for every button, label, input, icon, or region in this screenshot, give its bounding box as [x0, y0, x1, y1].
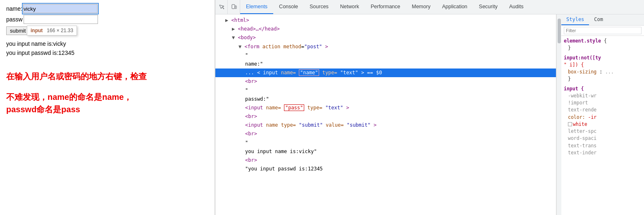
tab-console[interactable]: Console [273, 0, 304, 14]
output-line1: you input name is:vicky [6, 39, 208, 48]
tab-application[interactable]: Application [436, 0, 473, 14]
svg-rect-0 [232, 5, 235, 9]
dom-br2[interactable]: <br> [215, 112, 556, 121]
white-checkbox[interactable] [568, 122, 572, 126]
dom-body-line[interactable]: ▼ <body> [215, 33, 556, 42]
input-tooltip: input 166 × 21.33 [27, 26, 77, 35]
tab-memory[interactable]: Memory [406, 0, 436, 14]
dom-br1[interactable]: <br> [215, 77, 556, 86]
dom-input-name-line[interactable]: ... < input name= "name" type= "text" > … [215, 69, 556, 77]
devtools-tabs-bar: Elements Console Sources Network Perform… [215, 0, 644, 14]
dom-panel[interactable]: ▶ <html> ▶ <head>…</head> ▼ <body> ▼ <fo… [215, 14, 556, 215]
element-style-block: element.style { } [564, 38, 642, 52]
name-label: name: [6, 5, 22, 12]
annotation2-line2: passwd命名是pass [6, 103, 208, 116]
dom-scrollbar[interactable] [556, 14, 561, 215]
tab-elements[interactable]: Elements [240, 0, 273, 14]
dom-quote3[interactable]: " [215, 139, 556, 147]
device-icon [231, 4, 237, 10]
input-not-suffix: " i]) { [564, 61, 642, 69]
dom-passwd-text[interactable]: passwd:" [215, 95, 556, 104]
dom-quote1[interactable]: " [215, 51, 556, 60]
white-prop: white [564, 121, 642, 128]
inspect-icon-btn[interactable] [215, 0, 228, 14]
dom-html-line[interactable]: ▶ <html> [215, 16, 556, 25]
letter-spacing-prop: letter-spc [564, 128, 642, 135]
tab-network[interactable]: Network [334, 0, 365, 14]
dom-br3[interactable]: <br> [215, 130, 556, 138]
styles-panel: Styles Com element.style { } [561, 14, 644, 215]
devtools-content: ▶ <html> ▶ <head>…</head> ▼ <body> ▼ <fo… [215, 14, 644, 215]
dom-output-name[interactable]: you input name is:vicky" [215, 147, 556, 156]
cursor-icon [219, 4, 224, 10]
box-sizing-prop: box-sizing : ... [564, 69, 642, 76]
block-close: } [564, 76, 642, 83]
passwd-row: passw [6, 15, 208, 24]
input-style-block: input { -webkit-wr !import text-rende co… [564, 85, 642, 157]
word-spacing-prop: word-spaci [564, 135, 642, 142]
dom-input-pass-line[interactable]: <input name= "pass" type= "text" > [215, 104, 556, 112]
head-arrow[interactable]: ▶ [232, 26, 235, 32]
element-style-selector: element.style { [564, 38, 642, 45]
tab-audits[interactable]: Audits [503, 0, 530, 14]
tab-performance[interactable]: Performance [365, 0, 406, 14]
dom-form-line[interactable]: ▼ <form action method="post" > [215, 43, 556, 51]
dom-br4[interactable]: <br> [215, 156, 556, 165]
name-input[interactable] [23, 4, 98, 13]
styles-tabs: Styles Com [561, 14, 644, 26]
device-icon-btn[interactable] [228, 0, 240, 14]
form-arrow[interactable]: ▼ [239, 44, 241, 50]
annotation2-line1: 不难发现，name的命名是name， [6, 91, 208, 103]
annotation2: 不难发现，name的命名是name， passwd命名是pass [6, 91, 208, 116]
text-indent-prop: text-inder [564, 149, 642, 156]
name-row: name: [6, 4, 208, 13]
output-area: you input name is:vicky you input passwd… [6, 39, 208, 58]
body-arrow[interactable]: ▼ [232, 35, 235, 40]
output-line2: you input passwd is:12345 [6, 48, 208, 57]
text-rende-prop: text-rende [564, 106, 642, 113]
color-prop: color: -ir [564, 114, 642, 121]
tab-sources[interactable]: Sources [304, 0, 334, 14]
dom-input-submit-line[interactable]: <input name type= "submit" value= "submi… [215, 121, 556, 130]
styles-filter-bar [561, 26, 644, 36]
styles-tab-styles[interactable]: Styles [561, 14, 589, 25]
input-not-selector: input:not([ty [564, 54, 642, 61]
left-panel: name: passw submit input 166 × 21.33 you… [0, 0, 215, 215]
dom-quote2[interactable]: " [215, 86, 556, 95]
expand-arrow[interactable]: ▶ [225, 17, 228, 23]
text-transform-prop: text-trans [564, 142, 642, 149]
element-style-close: } [564, 45, 642, 52]
webkit-prop: -webkit-wr [564, 92, 642, 99]
submit-button[interactable]: submit [6, 26, 29, 35]
dom-section: ▶ <html> ▶ <head>…</head> ▼ <body> ▼ <fo… [215, 14, 561, 215]
devtools-panel: Elements Console Sources Network Perform… [215, 0, 644, 215]
styles-content: element.style { } input:not([ty " i]) { [561, 36, 644, 215]
annotation1: 在输入用户名或密码的地方右键，检查 [6, 70, 208, 83]
passwd-input[interactable] [24, 15, 98, 24]
styles-tab-computed[interactable]: Com [589, 14, 608, 25]
input-selector: input { [564, 85, 642, 92]
tooltip-tag: input [31, 28, 43, 33]
annotation-area: 在输入用户名或密码的地方右键，检查 不难发现，name的命名是name， pas… [6, 70, 208, 116]
svg-rect-1 [235, 6, 236, 9]
styles-filter-input[interactable] [564, 27, 642, 34]
dom-name-text[interactable]: name:" [215, 60, 556, 69]
dom-scroll-thumb[interactable] [558, 19, 561, 43]
tab-security[interactable]: Security [473, 0, 503, 14]
dom-head-line[interactable]: ▶ <head>…</head> [215, 25, 556, 33]
dom-output-passwd[interactable]: "you input passwd is:12345 [215, 165, 556, 173]
important-prop: !import [564, 99, 642, 106]
passwd-label: passw [6, 16, 23, 23]
input-not-style-block: input:not([ty " i]) { box-sizing : ... } [564, 54, 642, 83]
tooltip-dims: 166 × 21.33 [47, 28, 73, 33]
